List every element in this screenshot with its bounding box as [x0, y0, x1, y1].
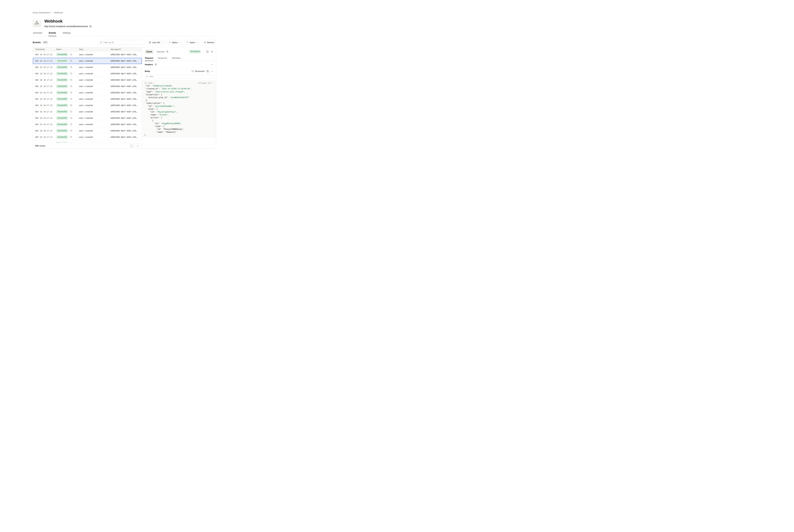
tab-events[interactable]: Events — [49, 32, 56, 36]
attempts-count-badge: 3 — [166, 50, 169, 53]
row-status-badge: Successful — [56, 129, 68, 133]
breadcrumb-event-destinations[interactable]: Event Destinations — [33, 12, 51, 14]
chevron-down-icon[interactable] — [211, 63, 213, 65]
row-message-id: b4925365-b8cf-42b7-a76… — [111, 98, 142, 100]
row-message-id: b4925365-b8cf-42b7-a76… — [111, 104, 142, 107]
row-retry-button[interactable] — [70, 85, 72, 87]
table-row[interactable]: NOV 18 10:17:22 Successful user.created … — [33, 52, 142, 58]
retry-icon — [70, 98, 72, 100]
table-row[interactable]: NOV 18 10:17:22 Successful user.created … — [33, 71, 142, 77]
retry-event-button[interactable] — [206, 51, 209, 53]
row-message-id: b4925365-b8cf-42b7-a76… — [111, 60, 142, 62]
row-message-id: b4925365-b8cf-42b7-a76… — [111, 92, 142, 94]
row-retry-button[interactable] — [70, 73, 72, 75]
row-status-badge: Successful — [56, 110, 68, 114]
refresh-icon — [204, 41, 206, 43]
detail-tab-attempts[interactable]: Attempts 3 — [156, 50, 169, 53]
row-retry-button[interactable] — [70, 136, 72, 138]
panel-spacer — [142, 138, 216, 148]
row-topic: user.created — [79, 98, 111, 100]
row-retry-button[interactable] — [70, 104, 72, 107]
chevron-down-icon — [196, 42, 198, 43]
copy-body-button[interactable] — [207, 70, 209, 72]
row-retry-button[interactable] — [70, 98, 72, 100]
subtab-response[interactable]: Response — [158, 56, 167, 61]
next-page-button[interactable] — [135, 144, 139, 148]
headers-section-toggle[interactable]: Headers 3 — [142, 61, 216, 68]
table-row[interactable]: NOV 18 10:17:22 Successful user.created … — [33, 102, 142, 109]
previous-page-button[interactable] — [130, 144, 134, 148]
row-status-badge: Successful — [56, 78, 68, 82]
close-panel-button[interactable] — [211, 51, 213, 53]
subtab-metadata[interactable]: Metadata — [172, 56, 181, 61]
row-retry-button[interactable] — [70, 60, 72, 62]
footer-count: 472 — [35, 145, 39, 147]
row-status-badge: Successful — [56, 123, 68, 126]
row-status-badge: Successful — [56, 97, 68, 101]
row-retry-button[interactable] — [70, 111, 72, 113]
row-retry-button[interactable] — [70, 130, 72, 132]
status-filter-button[interactable]: Status — [167, 40, 183, 45]
webhook-url: http://mock.hookdeck.com/webhooks/events — [44, 25, 88, 27]
row-retry-button[interactable] — [70, 92, 72, 94]
events-table: Timestamp Status Topic Message ID NOV 18… — [33, 47, 142, 148]
body-filter-input[interactable] — [149, 75, 212, 78]
retry-icon — [70, 136, 72, 138]
row-message-id: b4925365-b8cf-42b7-a76… — [111, 79, 142, 81]
detail-subtabs: Request Response Metadata — [142, 56, 216, 61]
row-message-id: b4925365-b8cf-42b7-a76… — [111, 117, 142, 119]
chevron-left-icon — [131, 145, 133, 147]
chevron-up-icon — [211, 70, 213, 72]
json-line: "type": "subscription.plan_changed", — [145, 90, 213, 93]
row-status-badge: Successful — [56, 116, 68, 120]
row-topic: user.created — [79, 66, 111, 69]
row-retry-button[interactable] — [70, 66, 72, 68]
row-status-badge: Successful — [56, 104, 68, 107]
body-label: Body — [145, 70, 150, 72]
retry-icon — [70, 92, 72, 94]
time-range-button[interactable]: Last 24h — [147, 40, 165, 45]
row-retry-button[interactable] — [70, 54, 72, 56]
chevron-right-icon — [136, 145, 138, 147]
events-card: Timestamp Status Topic Message ID NOV 18… — [33, 47, 216, 149]
tab-overview[interactable]: Overview — [33, 32, 42, 36]
table-row[interactable]: NOV 18 10:17:22 Successful user.created … — [33, 58, 142, 64]
breadcrumb-webhook[interactable]: Webhook — [54, 12, 63, 14]
search-box[interactable] — [98, 40, 145, 45]
table-row[interactable]: NOV 18 10:17:22 Successful user.created … — [33, 121, 142, 128]
event-detail-panel: Event Attempts 3 Successful Re — [142, 47, 216, 148]
table-row[interactable]: NOV 18 10:17:22 Successful user.created … — [33, 64, 142, 71]
json-line: } — [145, 134, 213, 136]
json-line: "id": "QJgg9WrS4vyQPNdR", — [145, 122, 213, 125]
row-retry-button[interactable] — [70, 124, 72, 126]
view-mode-toggle[interactable]: Structured — [192, 70, 204, 72]
row-status-badge: Successful — [56, 53, 68, 56]
row-message-id: b4925365-b8cf-42b7-a76… — [111, 136, 142, 138]
search-input[interactable] — [103, 41, 144, 44]
collapse-all-button[interactable]: Collapse all ↑ — [198, 82, 213, 84]
collapse-body-button[interactable] — [211, 70, 213, 72]
topics-filter-button[interactable]: Topics — [184, 40, 200, 45]
table-row[interactable]: NOV 18 10:17:22 Successful user.created … — [33, 90, 142, 96]
table-row[interactable]: NOV 18 10:17:22 Successful user.created … — [33, 109, 142, 115]
copy-url-button[interactable] — [89, 25, 92, 27]
table-row[interactable]: NOV 18 10:17:22 Successful user.created … — [33, 128, 142, 134]
refresh-button[interactable]: Refresh — [202, 40, 216, 45]
body-filter-box[interactable] — [145, 74, 213, 79]
table-row[interactable]: NOV 18 10:17:22 Successful user.created … — [33, 134, 142, 140]
row-retry-button[interactable] — [70, 79, 72, 81]
copy-icon — [89, 25, 92, 27]
row-retry-button[interactable] — [70, 117, 72, 119]
search-icon — [146, 76, 148, 77]
detail-tab-event[interactable]: Event — [145, 50, 154, 54]
retry-icon — [70, 66, 72, 68]
table-row[interactable]: NOV 18 10:17:22 Successful user.created … — [33, 115, 142, 121]
table-row[interactable]: NOV 18 10:17:22 Successful user.created … — [33, 140, 142, 143]
table-row[interactable]: NOV 18 10:17:22 Successful user.created … — [33, 83, 142, 90]
table-row[interactable]: NOV 18 10:17:22 Successful user.created … — [33, 77, 142, 83]
row-timestamp: NOV 18 10:17:22 — [33, 111, 56, 113]
webhook-icon — [35, 21, 39, 25]
table-row[interactable]: NOV 18 10:17:22 Successful user.created … — [33, 96, 142, 102]
subtab-request[interactable]: Request — [145, 56, 153, 61]
tab-settings[interactable]: Settings — [62, 32, 71, 36]
